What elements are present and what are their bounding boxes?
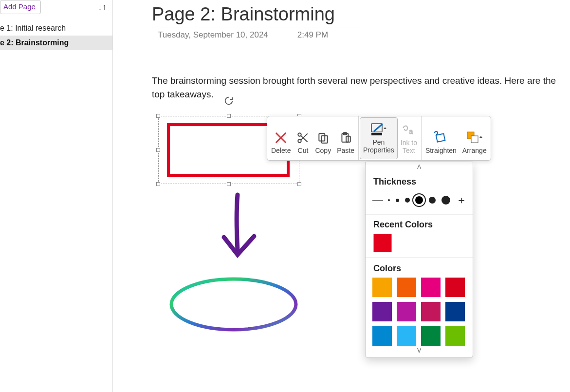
- svg-text:a: a: [409, 127, 413, 135]
- cut-button[interactable]: Cut: [294, 117, 312, 159]
- thickness-option[interactable]: [396, 199, 399, 202]
- color-swatch[interactable]: [421, 326, 441, 346]
- thickness-option-selected[interactable]: [415, 196, 423, 204]
- title-underline: [152, 27, 361, 27]
- color-swatch[interactable]: [421, 302, 441, 321]
- svg-point-0: [171, 279, 296, 330]
- pages-sidebar: Add Page ↓↑ e 1: Initial research e 2: B…: [0, 0, 113, 392]
- label: Delete: [271, 147, 291, 154]
- recent-colors-label: Recent Colors: [366, 215, 473, 232]
- pen-properties-panel: ᐱ Thickness — ＋ Recent Colors Colors ᐯ: [365, 162, 473, 358]
- ink-to-text-icon: a: [402, 121, 416, 139]
- thickness-picker: — ＋: [366, 189, 473, 215]
- label: Ink toText: [401, 139, 417, 154]
- thickness-label: Thickness: [366, 172, 473, 189]
- copy-icon: [317, 129, 330, 147]
- colors-label: Colors: [366, 258, 473, 278]
- color-swatch[interactable]: [397, 302, 416, 321]
- sort-pages-icon[interactable]: ↓↑: [96, 0, 109, 14]
- paste-button[interactable]: Paste: [334, 117, 357, 159]
- ink-ellipse[interactable]: [165, 273, 302, 336]
- page-list: e 1: Initial research e 2: Brainstorming: [0, 18, 112, 50]
- straighten-icon: [434, 129, 448, 147]
- color-swatch[interactable]: [397, 278, 416, 297]
- svg-rect-13: [471, 136, 478, 143]
- scroll-down-icon[interactable]: ᐯ: [366, 346, 473, 355]
- thickness-decrease[interactable]: —: [372, 194, 382, 206]
- scissors-icon: [296, 129, 309, 147]
- thickness-option[interactable]: [388, 199, 390, 201]
- thickness-option[interactable]: [441, 196, 450, 205]
- x-icon: [274, 129, 288, 147]
- color-grid: [366, 278, 473, 346]
- thickness-option[interactable]: [429, 197, 436, 204]
- paste-icon: [339, 129, 352, 147]
- color-swatch[interactable]: [421, 278, 441, 297]
- arrange-button[interactable]: Arrange: [460, 117, 490, 159]
- color-swatch[interactable]: [372, 302, 392, 321]
- selection-mini-toolbar: Delete Cut Copy: [267, 116, 491, 161]
- ink-to-text-button: a Ink toText: [398, 117, 420, 159]
- scroll-up-icon[interactable]: ᐱ: [366, 162, 473, 172]
- label: Cut: [298, 147, 309, 154]
- color-swatch[interactable]: [445, 302, 465, 321]
- page-date: Tuesday, September 10, 2024: [158, 30, 268, 40]
- color-swatch[interactable]: [445, 326, 465, 346]
- thickness-increase[interactable]: ＋: [456, 193, 466, 207]
- sidebar-page-item[interactable]: e 2: Brainstorming: [0, 36, 112, 50]
- svg-point-1: [298, 139, 302, 143]
- label: Copy: [315, 147, 331, 154]
- svg-rect-9: [371, 133, 382, 135]
- color-swatch[interactable]: [372, 278, 392, 297]
- label: PenProperties: [363, 138, 394, 154]
- pen-properties-button[interactable]: PenProperties: [360, 117, 398, 159]
- label: Paste: [337, 147, 354, 154]
- page-title[interactable]: Page 2: Brainstorming: [152, 4, 570, 25]
- page-body-text[interactable]: The brainstorming session brought forth …: [152, 74, 570, 101]
- thickness-option[interactable]: [405, 198, 410, 203]
- color-swatch[interactable]: [372, 326, 392, 346]
- recent-color-swatch[interactable]: [373, 234, 392, 252]
- straighten-button[interactable]: Straighten: [423, 117, 460, 159]
- sidebar-page-item[interactable]: e 1: Initial research: [0, 21, 112, 36]
- color-swatch[interactable]: [445, 278, 465, 297]
- svg-rect-11: [436, 134, 445, 142]
- ink-arrow[interactable]: [209, 192, 268, 265]
- add-page-button[interactable]: Add Page: [0, 0, 41, 14]
- delete-button[interactable]: Delete: [268, 117, 294, 159]
- arrange-icon: [466, 129, 483, 147]
- svg-point-2: [298, 133, 302, 136]
- copy-button[interactable]: Copy: [312, 117, 334, 159]
- label: Arrange: [462, 147, 487, 154]
- label: Straighten: [425, 147, 457, 154]
- pen-icon: [370, 121, 387, 138]
- page-time: 2:49 PM: [297, 30, 328, 40]
- color-swatch[interactable]: [397, 326, 416, 346]
